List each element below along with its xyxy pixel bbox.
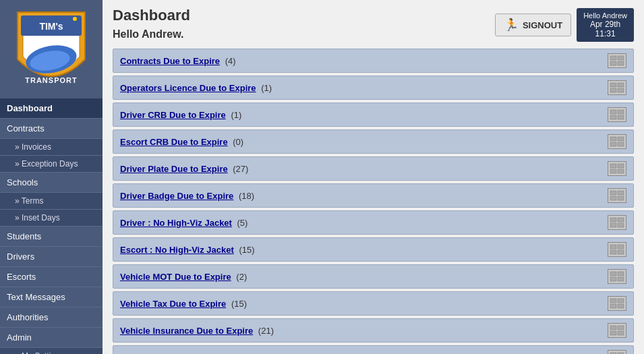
- sidebar-item-authorities[interactable]: Authorities: [0, 307, 103, 328]
- dashboard-item[interactable]: Driver Plate Due to Expire (27): [113, 156, 634, 181]
- sidebar-item-schools[interactable]: Schools: [0, 173, 103, 193]
- sidebar-item-students[interactable]: Students: [0, 227, 103, 247]
- dashboard-item-link[interactable]: Driver CRB Due to Expire: [120, 110, 226, 120]
- svg-rect-37: [618, 250, 624, 254]
- svg-rect-13: [618, 88, 624, 92]
- svg-rect-16: [610, 115, 616, 119]
- svg-rect-34: [610, 245, 616, 249]
- dashboard-item-icon: [608, 107, 626, 122]
- sidebar-item-my-settings[interactable]: My Settings: [0, 348, 103, 354]
- sidebar-item-admin[interactable]: Admin: [0, 328, 103, 348]
- svg-rect-39: [618, 272, 624, 276]
- svg-rect-27: [618, 191, 624, 195]
- svg-rect-48: [610, 331, 616, 335]
- dashboard-item-count: (21): [256, 326, 274, 336]
- dashboard-item-link[interactable]: Vehicle MOT Due to Expire: [120, 272, 231, 282]
- svg-rect-42: [610, 299, 616, 303]
- svg-rect-29: [618, 196, 624, 200]
- svg-rect-12: [610, 88, 616, 92]
- svg-rect-49: [618, 331, 624, 335]
- sidebar-item-terms[interactable]: Terms: [0, 193, 103, 210]
- signout-button[interactable]: 🏃 SIGNOUT: [495, 13, 571, 36]
- sidebar-item-invoices[interactable]: Invoices: [0, 139, 103, 156]
- dashboard-item-link[interactable]: Vehicle Tax Due to Expire: [120, 299, 226, 309]
- svg-rect-20: [610, 142, 616, 146]
- svg-rect-15: [618, 110, 624, 114]
- dashboard-item-count: (18): [236, 191, 254, 201]
- svg-rect-6: [610, 56, 616, 60]
- dashboard-item-icon: [608, 350, 626, 354]
- sidebar-item-dashboard[interactable]: Dashboard: [0, 98, 103, 119]
- dashboard-item-count: (5): [235, 218, 248, 228]
- dashboard-item[interactable]: Contracts Due to Expire (4): [113, 49, 634, 73]
- dashboard-item[interactable]: Vehicle Insurance Due to Expire (21): [113, 318, 634, 343]
- dashboard-item[interactable]: Driver CRB Due to Expire (1): [113, 102, 634, 127]
- sidebar-item-contracts[interactable]: Contracts: [0, 119, 103, 139]
- svg-rect-22: [610, 164, 616, 168]
- greeting: Hello Andrew.: [113, 28, 190, 40]
- dashboard-item-left: Vehicle MOT Due to Expire (2): [120, 272, 247, 282]
- dashboard-item-link[interactable]: Escort CRB Due to Expire: [120, 137, 228, 147]
- dashboard-item[interactable]: Questionnaire Not Sent To Parents (2): [113, 345, 634, 354]
- dashboard-item-left: Driver Badge Due to Expire (18): [120, 191, 254, 201]
- sidebar-item-inset-days[interactable]: Inset Days: [0, 210, 103, 227]
- dashboard-item-left: Operators Licence Due to Expire (1): [120, 83, 272, 93]
- sidebar-item-exception-days[interactable]: Exception Days: [0, 156, 103, 173]
- sidebar-item-text-messages[interactable]: Text Messages: [0, 287, 103, 307]
- dashboard-item-icon: [608, 161, 626, 176]
- svg-rect-30: [610, 218, 616, 222]
- dashboard-item[interactable]: Escort CRB Due to Expire (0): [113, 129, 634, 154]
- datetime-hello: Hello Andrew: [583, 11, 627, 20]
- dashboard-item-link[interactable]: Contracts Due to Expire: [120, 56, 220, 66]
- svg-rect-24: [610, 169, 616, 173]
- dashboard-item[interactable]: Vehicle Tax Due to Expire (15): [113, 291, 634, 316]
- dashboard-item-icon: [608, 215, 626, 230]
- svg-rect-14: [610, 110, 616, 114]
- svg-rect-7: [618, 56, 624, 60]
- dashboard-item-link[interactable]: Escort : No High-Viz Jacket: [120, 245, 234, 255]
- dashboard-item-link[interactable]: Driver Plate Due to Expire: [120, 164, 228, 174]
- svg-rect-28: [610, 196, 616, 200]
- svg-rect-26: [610, 191, 616, 195]
- dashboard-item-icon: [608, 269, 626, 284]
- dashboard-item-count: (15): [229, 299, 247, 309]
- svg-rect-10: [610, 83, 616, 87]
- dashboard-item[interactable]: Driver : No High-Viz Jacket (5): [113, 210, 634, 235]
- dashboard-item[interactable]: Operators Licence Due to Expire (1): [113, 76, 634, 100]
- dashboard-item-icon: [608, 242, 626, 257]
- dashboard-content: Contracts Due to Expire (4)Operators Lic…: [103, 45, 644, 354]
- page-title: Dashboard: [113, 7, 190, 24]
- sidebar-item-drivers[interactable]: Drivers: [0, 247, 103, 267]
- svg-rect-44: [610, 304, 616, 308]
- logo-area: TIM's TRANSPORT: [0, 0, 103, 98]
- svg-rect-11: [618, 83, 624, 87]
- dashboard-item-link[interactable]: Operators Licence Due to Expire: [120, 83, 256, 93]
- svg-rect-40: [610, 277, 616, 281]
- sidebar-item-escorts[interactable]: Escorts: [0, 267, 103, 287]
- dashboard-item-link[interactable]: Driver : No High-Viz Jacket: [120, 218, 232, 228]
- svg-rect-9: [618, 61, 624, 65]
- dashboard-item-count: (1): [229, 110, 242, 120]
- dashboard-item-left: Escort : No High-Viz Jacket (15): [120, 245, 255, 255]
- run-icon: 🏃: [504, 18, 519, 32]
- datetime-time: 11:31: [583, 29, 627, 38]
- dashboard-item-count: (0): [231, 137, 244, 147]
- svg-rect-32: [610, 223, 616, 227]
- dashboard-item[interactable]: Vehicle MOT Due to Expire (2): [113, 264, 634, 289]
- dashboard-item[interactable]: Escort : No High-Viz Jacket (15): [113, 237, 634, 262]
- main-content: Dashboard Hello Andrew. 🏃 SIGNOUT Hello …: [103, 0, 644, 354]
- dashboard-item-icon: [608, 80, 626, 95]
- dashboard-item-link[interactable]: Vehicle Insurance Due to Expire: [120, 326, 253, 336]
- datetime-date: Apr 29th: [583, 20, 627, 29]
- svg-rect-23: [618, 164, 624, 168]
- dashboard-item-icon: [608, 323, 626, 338]
- dashboard-item-left: Vehicle Insurance Due to Expire (21): [120, 326, 274, 336]
- svg-rect-31: [618, 218, 624, 222]
- dashboard-item[interactable]: Driver Badge Due to Expire (18): [113, 183, 634, 208]
- logo: TIM's TRANSPORT: [11, 5, 92, 93]
- dashboard-item-left: Contracts Due to Expire (4): [120, 56, 236, 66]
- signout-label: SIGNOUT: [523, 20, 562, 30]
- dashboard-item-left: Escort CRB Due to Expire (0): [120, 137, 243, 147]
- dashboard-item-link[interactable]: Driver Badge Due to Expire: [120, 191, 233, 201]
- dashboard-item-icon: [608, 134, 626, 149]
